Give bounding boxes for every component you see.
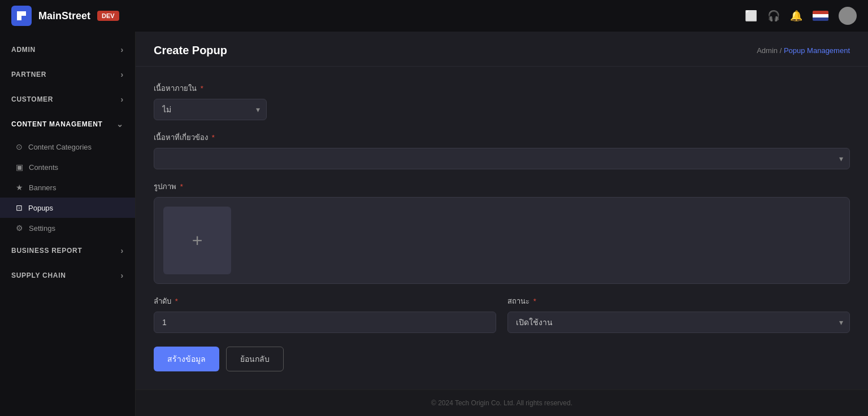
sidebar-item-admin[interactable]: ADMIN › xyxy=(0,37,135,62)
image-label: รูปภาพ * xyxy=(154,181,850,192)
footer-text: © 2024 Tech Origin Co. Ltd. All rights r… xyxy=(431,399,572,407)
image-group: รูปภาพ * + xyxy=(154,181,850,284)
layers-icon: ⊙ xyxy=(16,142,23,151)
sidebar-item-settings[interactable]: ⚙ Settings xyxy=(0,218,135,238)
topnav-right: ⬜ 🎧 🔔 xyxy=(745,7,857,25)
footer: © 2024 Tech Origin Co. Ltd. All rights r… xyxy=(136,389,868,416)
sidebar-label-banners: Banners xyxy=(29,183,56,192)
headset-icon[interactable]: 🎧 xyxy=(767,10,780,22)
upload-button[interactable]: + xyxy=(163,207,231,274)
chevron-right-icon: › xyxy=(121,45,124,54)
breadcrumb-separator: / xyxy=(780,46,784,55)
form-area: เนื้อหาภายใน * ไม่ ใช่ เนื้อหาที่เกี่ยวข… xyxy=(136,67,868,389)
avatar[interactable] xyxy=(839,7,857,25)
order-label: ลำดับ * xyxy=(154,295,496,307)
related-content-label: เนื้อหาที่เกี่ยวข้อง * xyxy=(154,132,850,143)
sidebar-label-partner: PARTNER xyxy=(11,71,46,78)
sidebar-label-business-report: BUSINESS REPORT xyxy=(11,247,83,255)
chevron-right-icon: › xyxy=(121,271,124,280)
related-content-select-wrapper xyxy=(154,148,850,169)
breadcrumb-parent: Admin xyxy=(757,46,778,55)
sidebar-item-supply-chain[interactable]: SUPPLY CHAIN › xyxy=(0,263,135,288)
dev-badge: DEV xyxy=(97,11,119,21)
breadcrumb-current[interactable]: Popup Management xyxy=(784,46,850,55)
page-header: Create Popup Admin / Popup Management xyxy=(136,32,868,67)
sidebar-label-popups: Popups xyxy=(28,204,53,212)
monitor-icon[interactable]: ⬜ xyxy=(745,10,757,22)
sidebar-item-popups[interactable]: ⊡ Popups xyxy=(0,198,135,218)
chevron-down-icon: ⌄ xyxy=(116,120,124,129)
breadcrumb: Admin / Popup Management xyxy=(757,46,850,55)
flag-icon xyxy=(813,11,828,21)
order-status-row: ลำดับ * สถานะ * เปิดใช้งาน ปิดใช้งาน xyxy=(154,295,850,333)
sidebar-label-customer: CUSTOMER xyxy=(11,95,53,103)
gear-icon: ⚙ xyxy=(16,224,23,233)
status-label: สถานะ * xyxy=(507,295,850,307)
sidebar-item-content-categories[interactable]: ⊙ Content Categories xyxy=(0,137,135,157)
logo-icon xyxy=(11,6,32,26)
content-management-submenu: ⊙ Content Categories ▣ Contents ★ Banner… xyxy=(0,137,135,238)
internal-content-select[interactable]: ไม่ ใช่ xyxy=(154,99,267,120)
sidebar-label-content-management: CONTENT MANAGEMENT xyxy=(11,120,103,128)
sidebar-item-banners[interactable]: ★ Banners xyxy=(0,177,135,198)
image-upload-area: + xyxy=(154,197,850,284)
logo-text: MainStreet xyxy=(38,10,90,22)
sidebar-label-contents: Contents xyxy=(29,163,58,172)
topnav: MainStreet DEV ⬜ 🎧 🔔 xyxy=(0,0,868,32)
chevron-right-icon: › xyxy=(121,246,124,255)
required-star: * xyxy=(175,297,178,305)
popup-icon: ⊡ xyxy=(16,203,23,212)
required-star: * xyxy=(212,133,215,142)
related-content-group: เนื้อหาที่เกี่ยวข้อง * xyxy=(154,132,850,169)
related-content-select[interactable] xyxy=(154,148,850,169)
back-button[interactable]: ย้อนกลับ xyxy=(226,347,284,371)
sidebar-item-business-report[interactable]: BUSINESS REPORT › xyxy=(0,238,135,263)
sidebar-item-contents[interactable]: ▣ Contents xyxy=(0,157,135,177)
internal-content-group: เนื้อหาภายใน * ไม่ ใช่ xyxy=(154,82,850,120)
topnav-left: MainStreet DEV xyxy=(11,6,119,26)
required-star: * xyxy=(201,84,203,93)
internal-content-label: เนื้อหาภายใน * xyxy=(154,82,850,94)
page-title: Create Popup xyxy=(154,44,227,57)
required-star: * xyxy=(180,182,183,191)
sidebar-label-settings: Settings xyxy=(29,224,55,233)
layout: ADMIN › PARTNER › CUSTOMER › CONTENT MAN… xyxy=(0,32,868,416)
internal-content-select-wrapper: ไม่ ใช่ xyxy=(154,99,267,120)
order-group: ลำดับ * xyxy=(154,295,496,333)
bell-icon[interactable]: 🔔 xyxy=(790,10,802,22)
chevron-right-icon: › xyxy=(121,95,124,104)
main-content: Create Popup Admin / Popup Management เน… xyxy=(136,32,868,416)
order-input[interactable] xyxy=(154,312,496,333)
plus-icon: + xyxy=(192,230,203,251)
book-icon: ▣ xyxy=(16,163,23,172)
status-select-wrapper: เปิดใช้งาน ปิดใช้งาน xyxy=(507,312,850,333)
status-group: สถานะ * เปิดใช้งาน ปิดใช้งาน xyxy=(507,295,850,333)
status-select[interactable]: เปิดใช้งาน ปิดใช้งาน xyxy=(507,312,850,333)
sidebar: ADMIN › PARTNER › CUSTOMER › CONTENT MAN… xyxy=(0,32,136,416)
sidebar-item-partner[interactable]: PARTNER › xyxy=(0,62,135,87)
form-actions: สร้างข้อมูล ย้อนกลับ xyxy=(154,347,850,371)
submit-button[interactable]: สร้างข้อมูล xyxy=(154,347,219,371)
sidebar-label-admin: ADMIN xyxy=(11,46,36,54)
sidebar-item-customer[interactable]: CUSTOMER › xyxy=(0,87,135,112)
sidebar-item-content-management[interactable]: CONTENT MANAGEMENT ⌄ xyxy=(0,112,135,137)
star-icon: ★ xyxy=(16,183,23,192)
sidebar-label-supply-chain: SUPPLY CHAIN xyxy=(11,272,66,279)
sidebar-label-content-categories: Content Categories xyxy=(28,143,92,151)
required-star: * xyxy=(533,297,536,305)
chevron-right-icon: › xyxy=(121,70,124,79)
